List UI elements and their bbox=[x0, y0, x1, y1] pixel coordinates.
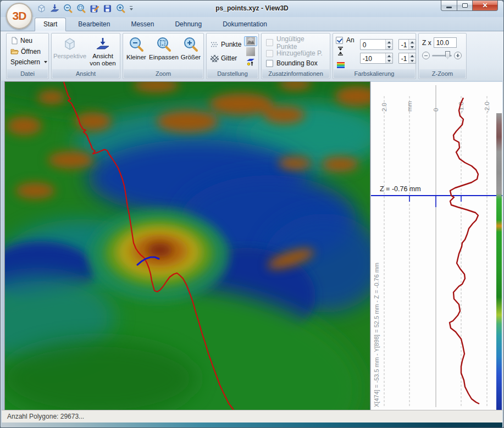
window-bottom-edge bbox=[2, 423, 502, 428]
close-button[interactable]: ✕ bbox=[473, 1, 498, 11]
terrain-render bbox=[5, 82, 370, 410]
tab-messen[interactable]: Messen bbox=[122, 18, 163, 31]
farbskalierung-an-checkbox[interactable]: An bbox=[336, 36, 355, 44]
rainbow-colorbar-icon bbox=[337, 62, 345, 68]
profile-curve bbox=[450, 98, 479, 404]
spin-down-button[interactable] bbox=[386, 45, 392, 49]
checkbox-checked-icon bbox=[336, 37, 343, 44]
close-icon: ✕ bbox=[482, 2, 488, 9]
axis-label: 2.0 bbox=[381, 103, 387, 112]
spin-down-button[interactable] bbox=[409, 45, 416, 49]
checkbox-icon bbox=[266, 60, 273, 67]
z-marker-label: Z = -0.76 mm bbox=[380, 185, 421, 193]
zoom-fit-icon[interactable] bbox=[75, 3, 87, 14]
viewport-3d[interactable] bbox=[5, 82, 370, 410]
z-zoom-minus-button[interactable] bbox=[422, 52, 430, 59]
spin-down-button[interactable] bbox=[386, 58, 392, 63]
window-controls: ✕ bbox=[441, 1, 498, 11]
kleiner-button[interactable]: Kleiner bbox=[124, 35, 148, 68]
spin-up-button[interactable] bbox=[409, 40, 416, 45]
group-label-darstellung: Darstellung bbox=[207, 69, 258, 78]
color-min-spinner[interactable]: -10 bbox=[360, 53, 393, 64]
ansicht-von-oben-button[interactable]: Ansicht von oben bbox=[88, 35, 118, 68]
color-step-top-spinner[interactable]: -1 bbox=[398, 39, 416, 50]
neu-button[interactable]: Neu bbox=[9, 36, 46, 46]
z-zoom-slider[interactable] bbox=[432, 55, 452, 57]
speichern-button[interactable]: Speichern bbox=[9, 57, 46, 67]
app-menu-orb[interactable]: 3D bbox=[6, 3, 32, 29]
group-label-datei: Datei bbox=[7, 69, 48, 78]
save-as-icon[interactable] bbox=[88, 3, 100, 14]
quick-access-toolbar bbox=[36, 3, 134, 14]
bounding-box-checkbox[interactable]: Bounding Box bbox=[266, 59, 325, 67]
oeffnen-button[interactable]: Öffnen bbox=[9, 47, 46, 57]
profile-panel[interactable]: 2.0 mm 0 -1.0 -2.0 Z = -0.76 mm X[474] =… bbox=[371, 82, 502, 410]
punkte-label: Punkte bbox=[221, 41, 241, 48]
maximize-icon bbox=[462, 3, 468, 8]
fit-range-arrows-icon bbox=[337, 47, 344, 55]
zoom-in-icon[interactable] bbox=[115, 3, 126, 14]
perspektive-button[interactable]: Perspektive bbox=[54, 35, 86, 68]
z-zoom-plus-button[interactable] bbox=[454, 52, 462, 59]
perspective-cube-icon[interactable] bbox=[36, 3, 47, 14]
group-darstellung: Punkte Gitter bbox=[206, 33, 259, 79]
einpassen-button[interactable]: Einpassen bbox=[149, 35, 178, 68]
coordinate-readout: X[474] = -53.5 mm - Y[898] = 52.5 mm - Z… bbox=[373, 263, 380, 407]
ungueltige-punkte-label: Ungültige Punkte bbox=[276, 35, 325, 51]
points-icon bbox=[211, 41, 219, 48]
grid-icon bbox=[211, 55, 219, 62]
spin-up-button[interactable] bbox=[386, 53, 392, 58]
z-zoom-value-input[interactable]: 10.0 bbox=[434, 37, 457, 48]
render-smooth-button[interactable] bbox=[244, 47, 257, 57]
gitter-button[interactable]: Gitter bbox=[209, 53, 243, 64]
profile-plot: 2.0 mm 0 -1.0 -2.0 Z = -0.76 mm X[474] =… bbox=[371, 82, 502, 410]
checkbox-icon bbox=[266, 50, 273, 57]
zoom-in-lens-icon bbox=[182, 36, 199, 53]
qat-dropdown-icon[interactable] bbox=[128, 5, 134, 13]
kleiner-label: Kleiner bbox=[126, 54, 146, 61]
speichern-label: Speichern bbox=[10, 58, 40, 66]
tab-dehnung[interactable]: Dehnung bbox=[166, 18, 211, 31]
group-zoom: Kleiner Einpassen Größer Zoom bbox=[123, 33, 204, 79]
tab-start[interactable]: Start bbox=[35, 18, 66, 31]
title-bar: ps_points.xyz - View3D bbox=[1, 1, 503, 17]
z-zoom-prefix-label: Z x bbox=[422, 39, 431, 47]
groesser-label: Größer bbox=[181, 54, 201, 61]
save-icon[interactable] bbox=[102, 3, 113, 14]
app-window: ps_points.xyz - View3D bbox=[0, 0, 504, 428]
tab-bearbeiten[interactable]: Bearbeiten bbox=[69, 18, 119, 31]
zoom-out-icon[interactable] bbox=[62, 3, 74, 14]
punkte-button[interactable]: Punkte bbox=[209, 40, 243, 50]
render-shaded-button[interactable] bbox=[244, 36, 257, 46]
color-min-value: -10 bbox=[361, 53, 385, 63]
tab-dokumentation[interactable]: Dokumentation bbox=[214, 18, 276, 31]
autoscale-button[interactable] bbox=[336, 47, 355, 58]
view-from-top-icon bbox=[95, 36, 110, 52]
cube-icon bbox=[62, 36, 77, 52]
hinzugefuegte-punkte-checkbox[interactable]: Hinzugefügte P. bbox=[266, 49, 325, 57]
group-zusatzinformationen: Ungültige Punkte Hinzugefügte P. Boundin… bbox=[261, 33, 330, 79]
group-label-farbskalierung: Farbskalierung bbox=[334, 69, 415, 78]
einpassen-label: Einpassen bbox=[149, 54, 179, 61]
minimize-button[interactable] bbox=[441, 1, 457, 11]
groesser-button[interactable]: Größer bbox=[179, 35, 202, 68]
z-zoom-slider-handle[interactable] bbox=[445, 51, 450, 59]
axis-label: mm bbox=[406, 101, 413, 112]
ungueltige-punkte-checkbox[interactable]: Ungültige Punkte bbox=[266, 38, 325, 47]
group-datei: Neu Öffnen Speichern Datei bbox=[6, 33, 49, 79]
bounding-box-label: Bounding Box bbox=[276, 59, 318, 67]
profile-colorbar bbox=[496, 113, 502, 410]
spin-down-button[interactable] bbox=[409, 58, 416, 63]
group-label-z-zoom: Z-Zoom bbox=[419, 69, 466, 78]
render-points-above-button[interactable] bbox=[244, 57, 257, 67]
maximize-button[interactable] bbox=[457, 1, 473, 11]
zoom-out-lens-icon bbox=[128, 36, 145, 53]
color-step-bottom-spinner[interactable]: -1 bbox=[398, 53, 416, 64]
color-max-value: 0 bbox=[361, 40, 385, 49]
spin-up-button[interactable] bbox=[409, 53, 416, 58]
spin-up-button[interactable] bbox=[386, 40, 392, 45]
color-max-spinner[interactable]: 0 bbox=[360, 39, 393, 50]
zoom-fit-lens-icon bbox=[156, 36, 172, 53]
group-label-zusatzinformationen: Zusatzinformationen bbox=[262, 69, 329, 78]
top-view-icon[interactable] bbox=[49, 3, 60, 14]
